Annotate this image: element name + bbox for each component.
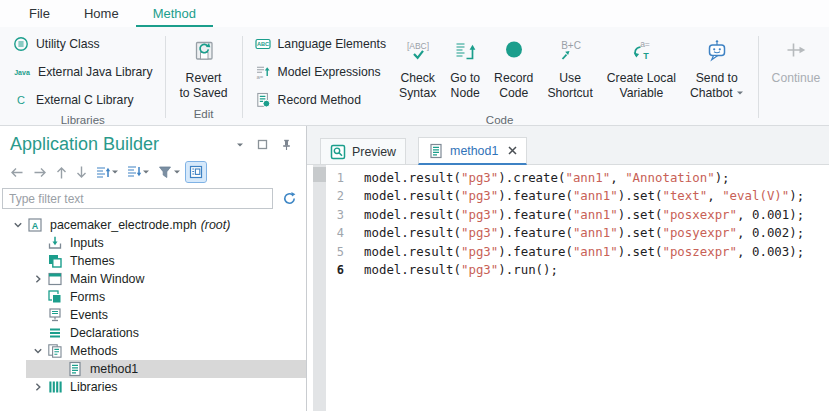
svg-text:T: T [644, 51, 650, 61]
model-expressions-button[interactable]: a=Model Expressions [249, 58, 392, 86]
tree-item-libraries[interactable]: Libraries [0, 378, 306, 396]
code-line[interactable]: model.result("pg3").feature("ann1").set(… [364, 224, 804, 242]
send-to-chatbot-button[interactable]: Send toChatbot [683, 30, 751, 100]
refresh-icon [282, 191, 297, 206]
ribbon-group-libraries: Utility ClassJavaExternal Java LibraryCE… [0, 27, 165, 125]
nav-back-button[interactable] [7, 162, 27, 182]
continue-icon [783, 38, 809, 64]
string-literal: "poszexpr" [662, 244, 737, 259]
svg-text:[ABC]: [ABC] [407, 41, 429, 51]
expand-toggle[interactable] [28, 382, 47, 392]
svg-text:a=: a= [256, 74, 263, 80]
expand-toggle[interactable] [28, 274, 47, 284]
expand-toggle[interactable] [28, 346, 47, 356]
record-code-button[interactable]: RecordCode [487, 30, 540, 100]
string-literal: "pg3" [461, 244, 498, 259]
move-down-button[interactable] [124, 162, 152, 182]
filter-input[interactable] [2, 188, 273, 209]
string-literal: "ann1" [573, 244, 618, 259]
ribbon-tab-home[interactable]: Home [67, 2, 136, 27]
tree-item-declarations[interactable]: Declarations [0, 324, 306, 342]
restore-window-button[interactable] [255, 135, 270, 155]
editor-tab-preview[interactable]: Preview [320, 138, 406, 164]
svg-text:C: C [17, 94, 25, 106]
string-literal: "ann1" [565, 170, 610, 185]
code-line[interactable]: model.result("pg3").feature("ann1").set(… [364, 243, 804, 261]
filter-button[interactable] [155, 162, 183, 182]
code-line[interactable]: model.result("pg3").create("ann1", "Anno… [364, 169, 804, 187]
code-text: ).set( [618, 188, 663, 203]
editor-left-ruler[interactable] [313, 165, 326, 411]
external-c-library-label: External C Library [36, 93, 134, 107]
send-to-chatbot-label: Send to [696, 71, 738, 86]
go-to-node-label: Node [451, 86, 480, 101]
editor-tab-method1[interactable]: method1 [418, 137, 527, 165]
tree-label-main-window: Main Window [70, 272, 144, 286]
tree-item-methods[interactable]: Methods [0, 342, 306, 360]
tree-item-main-window[interactable]: Main Window [0, 270, 306, 288]
code-text: ).feature( [498, 225, 573, 240]
code-line[interactable]: model.result("pg3").feature("ann1").set(… [364, 187, 804, 205]
ribbon-tab-file[interactable]: File [12, 2, 67, 27]
editor-tab-label: Preview [352, 145, 396, 159]
nav-forward-icon [32, 165, 48, 180]
tree-item-themes[interactable]: Themes [0, 252, 306, 270]
panel-window-buttons [234, 135, 296, 155]
themes-icon [47, 253, 63, 269]
revert-to-saved-label: to Saved [179, 86, 227, 101]
code-text: , 0.001); [737, 207, 804, 222]
svg-text:ABC: ABC [257, 41, 269, 47]
tree-item-method1[interactable]: method1 [0, 360, 306, 378]
nav-down-button[interactable] [73, 162, 90, 182]
nav-forward-button[interactable] [30, 162, 50, 182]
go-to-node-button[interactable]: Go toNode [443, 30, 487, 100]
utility-class-button[interactable]: Utility Class [7, 30, 158, 58]
move-up-button[interactable] [93, 162, 121, 182]
external-java-library-button[interactable]: JavaExternal Java Library [7, 58, 158, 86]
code-line[interactable]: model.result("pg3").run(); [364, 261, 804, 279]
methods-icon [47, 343, 63, 359]
tree-label-libraries: Libraries [70, 380, 118, 394]
toggle-editor-tools-icon [188, 164, 204, 180]
use-shortcut-button[interactable]: B+CUseShortcut [540, 30, 599, 100]
method-file-icon [428, 143, 444, 159]
expand-closed-icon [33, 274, 43, 284]
revert-to-saved-button[interactable]: Revertto Saved [172, 30, 234, 100]
ruler-thumb[interactable] [313, 167, 326, 182]
toggle-editor-tools-button[interactable] [186, 162, 206, 182]
code-lines[interactable]: model.result("pg3").create("ann1", "Anno… [348, 165, 804, 411]
tree-label-method1: method1 [90, 362, 138, 376]
tree-label-themes: Themes [70, 254, 115, 268]
refresh-button[interactable] [280, 189, 299, 209]
group-label-libraries: Libraries [0, 114, 165, 131]
code-area[interactable]: 123456 model.result("pg3").create("ann1"… [307, 165, 829, 411]
external-c-library-button[interactable]: CExternal C Library [7, 86, 158, 114]
record-method-button[interactable]: Record Method [249, 86, 392, 114]
tree-item-inputs[interactable]: Inputs [0, 234, 306, 252]
tree-label-methods: Methods [70, 344, 118, 358]
chevron-down-button[interactable] [234, 135, 246, 155]
tree-item-pacemaker-electrode-mph[interactable]: Apacemaker_electrode.mph(root) [0, 216, 306, 234]
code-text: , [610, 170, 625, 185]
code-line[interactable]: model.result("pg3").feature("ann1").set(… [364, 206, 804, 224]
editor-tab-label: method1 [450, 144, 498, 158]
code-text: model.result( [364, 262, 461, 277]
ribbon-tab-method[interactable]: Method [136, 2, 213, 27]
nav-up-button[interactable] [53, 162, 70, 182]
tree-item-forms[interactable]: Forms [0, 288, 306, 306]
pin-button[interactable] [279, 135, 294, 155]
main-window-icon [47, 271, 63, 287]
model-expressions-label: Model Expressions [278, 65, 381, 79]
editor-tab-bar: Previewmethod1 [307, 126, 829, 165]
expand-toggle[interactable] [8, 220, 27, 230]
create-local-variable-button[interactable]: a=TCreate LocalVariable [600, 30, 683, 100]
string-literal: "pg3" [461, 262, 498, 277]
continue-label: Continue [772, 71, 821, 86]
ribbon-group-code: ABCLanguage Elementsa=Model ExpressionsR… [242, 27, 758, 125]
string-literal: "ann1" [573, 207, 618, 222]
tree-item-events[interactable]: Events [0, 306, 306, 324]
check-syntax-button[interactable]: [ABC]CheckSyntax [392, 30, 443, 100]
close-tab-button[interactable] [508, 146, 517, 155]
code-text: ).set( [618, 207, 663, 222]
language-elements-button[interactable]: ABCLanguage Elements [249, 30, 392, 58]
